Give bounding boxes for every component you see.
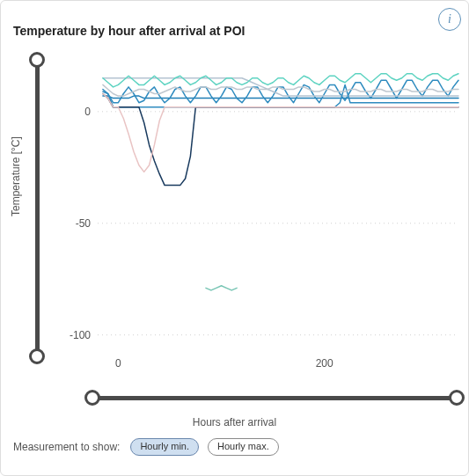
measurement-toggle-row: Measurement to show: Hourly min. Hourly … bbox=[13, 438, 459, 456]
series-line bbox=[103, 94, 458, 172]
x-slider-handle-left[interactable] bbox=[84, 390, 100, 406]
y-tick-label: -50 bbox=[76, 217, 92, 230]
info-glyph: i bbox=[448, 13, 451, 26]
x-slider-handle-right[interactable] bbox=[449, 390, 465, 406]
y-range-slider[interactable] bbox=[27, 52, 47, 364]
series-line bbox=[103, 80, 458, 102]
y-slider-handle-top[interactable] bbox=[29, 52, 45, 68]
measurement-toggle-label: Measurement to show: bbox=[13, 441, 120, 453]
info-icon[interactable]: i bbox=[438, 8, 461, 31]
x-slider-track bbox=[93, 396, 456, 400]
x-tick-label: 0 bbox=[115, 357, 121, 370]
y-tick-label: -100 bbox=[70, 329, 91, 341]
x-tick-label: 200 bbox=[316, 357, 333, 370]
y-slider-handle-bottom[interactable] bbox=[29, 348, 45, 364]
y-tick-label: 0 bbox=[84, 106, 91, 118]
x-axis-label: Hours after arrival bbox=[1, 416, 468, 428]
y-axis-label: Temperature [°C] bbox=[10, 136, 22, 216]
chart-title: Temperature by hour after arrival at POI bbox=[13, 24, 245, 38]
y-slider-track bbox=[35, 61, 40, 355]
x-range-slider[interactable] bbox=[84, 388, 465, 407]
hourly-min-button[interactable]: Hourly min. bbox=[130, 438, 199, 456]
series-line bbox=[206, 286, 237, 290]
series-line bbox=[103, 74, 458, 87]
chart-panel: Temperature by hour after arrival at POI… bbox=[0, 0, 469, 476]
line-chart[interactable]: 0-50-1000200 bbox=[54, 54, 460, 379]
hourly-max-button[interactable]: Hourly max. bbox=[208, 438, 279, 456]
